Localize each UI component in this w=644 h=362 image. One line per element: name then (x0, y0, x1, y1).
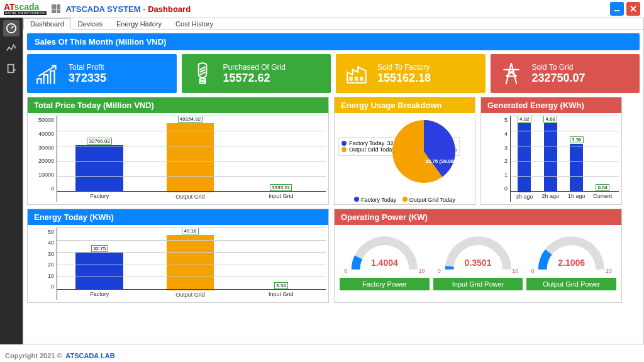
pie-slice-label: 32.75 (39.98%) (425, 158, 460, 164)
pie-chart (389, 117, 465, 192)
tab-dashboard[interactable]: Dashboard (23, 18, 71, 30)
kpi-row: Total Profit372335Purchased Of Grid15572… (27, 54, 640, 93)
price-today-title: Total Price Today (Million VND) (28, 97, 328, 113)
energy-today-panel: Energy Today (KWh) 5040302010032.75Facto… (27, 209, 329, 303)
generated-title: Generated Energy (KWh) (481, 97, 621, 113)
sales-header: Sales Of This Month (Million VND) (27, 33, 640, 50)
svg-rect-0 (614, 10, 619, 11)
nav-dashboard-icon[interactable] (3, 20, 19, 36)
generated-panel: Generated Energy (KWh) 5432104.923h ago4… (480, 97, 622, 205)
bar-current: 0.04Current (592, 116, 614, 202)
bar-2h-ago: 4.682h ago (540, 116, 562, 202)
bar-3h-ago: 4.923h ago (513, 116, 536, 202)
gauge-output-grid-power: 2.1006010Output Grid Power (526, 230, 616, 297)
svg-rect-3 (199, 79, 204, 80)
bar-input-grid: 3.34Input Grid (242, 228, 321, 300)
kpi-sold-to-factory: Sold To Factory155162.18 (336, 54, 486, 93)
tab-energy-history[interactable]: Energy History (109, 18, 169, 29)
bar-output-grid: 49154.92Output Grid (150, 116, 230, 202)
logo-subtitle: DIGITAL TRANSFORMATION (4, 11, 47, 15)
operating-title: Operating Power (KW) (335, 209, 621, 225)
minimize-button[interactable] (610, 2, 624, 16)
price-today-panel: Total Price Today (Million VND) 50000400… (27, 97, 329, 205)
kpi-sold-to-grid: Sold To Grid232750.07 (491, 54, 640, 93)
system-title: ATSCADA SYSTEM - Dashboard (65, 4, 191, 14)
bar-1h-ago: 3.361h ago (565, 116, 588, 202)
title-bar: ATscada DIGITAL TRANSFORMATION ATSCADA S… (0, 0, 644, 18)
apps-icon[interactable] (52, 4, 60, 13)
bar-factory: 32766.02Factory (60, 116, 139, 202)
tab-cost-history[interactable]: Cost History (169, 18, 220, 29)
pie-panel: Energy Usage Breakdown Factory Today32.7… (334, 97, 475, 205)
logo: ATscada DIGITAL TRANSFORMATION (4, 3, 47, 15)
sidebar (0, 18, 23, 344)
tab-devices[interactable]: Devices (71, 18, 109, 29)
kpi-total-profit: Total Profit372335 (27, 54, 177, 93)
pie-bottom-legend: Factory Today Output Grid Today (335, 197, 475, 203)
kpi-purchased-of-grid: Purchased Of Grid15572.62 (182, 54, 331, 93)
footer: Copyright 2021 © ATSCADA LAB (5, 352, 115, 359)
gauge-input-grid-power: 0.3501010Input Grid Power (433, 230, 523, 297)
bar-output-grid: 49.16Output Grid (150, 228, 230, 300)
gauge-factory-power: 1.4004010Factory Power (340, 230, 430, 297)
bar-factory: 32.75Factory (60, 228, 139, 300)
svg-rect-2 (8, 65, 14, 73)
nav-trend-icon[interactable] (3, 40, 19, 57)
svg-rect-4 (199, 82, 204, 84)
bar-input-grid: 3333.01Input Grid (242, 116, 321, 202)
close-button[interactable] (626, 2, 640, 16)
energy-today-title: Energy Today (KWh) (28, 209, 328, 225)
operating-panel: Operating Power (KW) 1.4004010Factory Po… (334, 209, 622, 303)
nav-report-icon[interactable] (3, 60, 19, 77)
main-panel: DashboardDevicesEnergy HistoryCost Histo… (23, 18, 644, 344)
tabs: DashboardDevicesEnergy HistoryCost Histo… (23, 18, 643, 30)
pie-title: Energy Usage Breakdown (335, 97, 475, 113)
